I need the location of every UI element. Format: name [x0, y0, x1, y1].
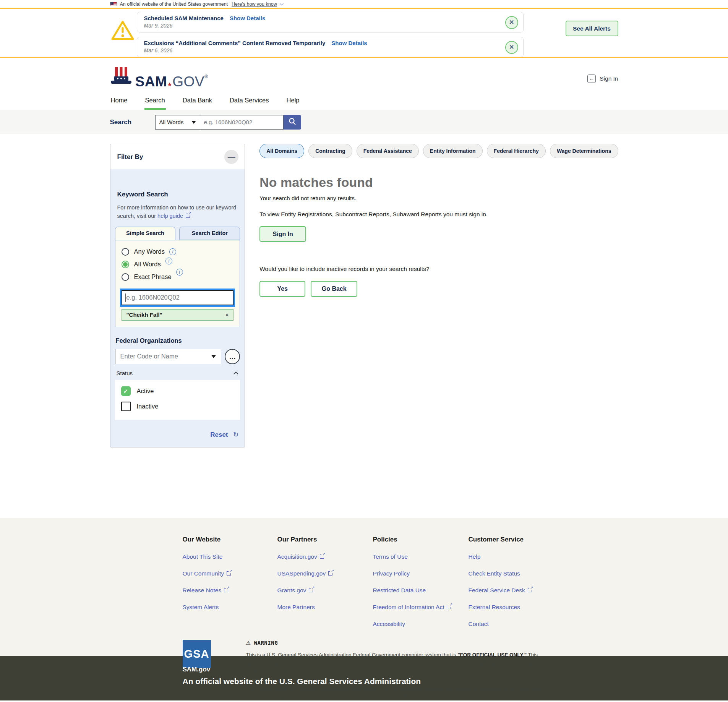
footer-link-check-entity-status[interactable]: Check Entity Status	[469, 570, 564, 577]
footer-link-federal-service-desk[interactable]: Federal Service Desk	[469, 587, 564, 594]
footer-link-accessibility[interactable]: Accessibility	[373, 621, 469, 627]
filter-panel: Filter By — Keyword Search For more info…	[110, 144, 245, 447]
search-icon	[288, 117, 297, 127]
footer-agency-line: An official website of the U.S. General …	[183, 677, 618, 686]
radio-exact-phrase[interactable]	[122, 273, 129, 281]
external-link-icon	[528, 588, 532, 592]
footer-link-contact[interactable]: Contact	[469, 621, 564, 627]
warning-paragraph-1: This is a U.S. General Services Administ…	[246, 651, 552, 676]
footer-column-heading: Policies	[373, 536, 469, 543]
footer-link-usaspending-gov[interactable]: USASpending.gov	[277, 570, 373, 577]
domain-pill-contracting[interactable]: Contracting	[308, 144, 352, 158]
nav-item-home[interactable]: Home	[110, 92, 128, 110]
site-footer: Our Website About This Site Our Communit…	[0, 518, 728, 656]
no-matches-subtitle: Your search did not return any results.	[259, 195, 618, 201]
footer-link-privacy-policy[interactable]: Privacy Policy	[373, 570, 469, 577]
footer-column-heading: Customer Service	[469, 536, 564, 543]
domain-pill-federal-assistance[interactable]: Federal Assistance	[357, 144, 419, 158]
see-all-alerts-button[interactable]: See All Alerts	[566, 21, 618, 36]
tab-search-editor[interactable]: Search Editor	[179, 227, 240, 240]
simple-search-panel: Any Words i All Words i Exact Phrase i	[115, 240, 240, 327]
how-you-know-link[interactable]: Here’s how you know	[232, 2, 277, 7]
nav-item-search[interactable]: Search	[144, 92, 166, 110]
radio-all-words[interactable]	[122, 261, 129, 268]
domain-pill-all-domains[interactable]: All Domains	[259, 144, 304, 158]
help-guide-link[interactable]: help guide	[157, 213, 190, 219]
chip-remove-icon[interactable]: ×	[225, 311, 229, 318]
keyword-input[interactable]: e.g. 1606N020Q02	[122, 290, 234, 305]
global-search-input[interactable]	[200, 115, 284, 130]
footer-link-our-community[interactable]: Our Community	[183, 570, 277, 577]
footer-link-restricted-data-use[interactable]: Restricted Data Use	[373, 587, 469, 594]
footer-link-about-this-site[interactable]: About This Site	[183, 553, 277, 560]
sign-in-link[interactable]: ← Sign In	[587, 75, 618, 83]
usa-gov-banner: An official website of the United States…	[0, 0, 728, 9]
footer-link-terms-of-use[interactable]: Terms of Use	[373, 553, 469, 560]
footer-link-system-alerts[interactable]: System Alerts	[183, 604, 277, 611]
nav-item-help[interactable]: Help	[286, 92, 300, 110]
footer-link-more-partners[interactable]: More Partners	[277, 604, 373, 611]
domain-pill-wage-determinations[interactable]: Wage Determinations	[550, 144, 618, 158]
tab-simple-search[interactable]: Simple Search	[115, 227, 176, 240]
chevron-up-icon[interactable]	[233, 371, 238, 376]
footer-link-acquisition-gov[interactable]: Acquisition.gov	[277, 553, 373, 560]
sign-in-button[interactable]: Sign In	[259, 226, 306, 242]
info-icon[interactable]: i	[176, 269, 183, 276]
more-options-button[interactable]: …	[225, 349, 240, 364]
warning-paragraph-2: This system contains Controlled Unclassi…	[246, 684, 552, 700]
alert-show-details-link[interactable]: Show Details	[230, 15, 265, 21]
filter-panel-title: Filter By	[117, 153, 143, 161]
footer-link-external-resources[interactable]: External Resources	[469, 604, 564, 611]
collapse-filters-button[interactable]: —	[224, 150, 238, 164]
sign-in-note: To view Entity Registrations, Subcontrac…	[259, 210, 523, 219]
star-icon: ★	[167, 81, 172, 88]
radio-exact-phrase-label: Exact Phrase	[134, 273, 172, 280]
main-nav: Home Search Data Bank Data Services Help	[0, 92, 728, 110]
sam-gov-logo[interactable]: SAM★GOV®	[110, 66, 208, 89]
footer-link-release-notes[interactable]: Release Notes	[183, 587, 277, 594]
close-icon[interactable]: ✕	[505, 16, 518, 29]
external-link-icon	[309, 588, 313, 592]
status-option-active[interactable]: ✓ Active	[121, 386, 234, 396]
info-icon[interactable]: i	[165, 258, 172, 264]
status-option-inactive[interactable]: Inactive	[121, 402, 234, 411]
domain-pill-federal-hierarchy[interactable]: Federal Hierarchy	[487, 144, 546, 158]
checkbox-unchecked-icon[interactable]	[121, 402, 131, 411]
yes-button[interactable]: Yes	[259, 281, 305, 297]
alert-show-details-link[interactable]: Show Details	[331, 40, 367, 46]
radio-any-words[interactable]	[122, 248, 129, 256]
chevron-down-icon	[280, 2, 284, 5]
info-icon[interactable]: i	[169, 248, 176, 255]
search-mode-value: All Words	[159, 119, 184, 125]
search-mode-select[interactable]: All Words	[155, 115, 200, 130]
gov-banner-text: An official website of the United States…	[120, 2, 228, 7]
footer-link-grants-gov[interactable]: Grants.gov	[277, 587, 373, 594]
radio-all-words-label: All Words	[134, 261, 161, 268]
nav-item-data-services[interactable]: Data Services	[229, 92, 270, 110]
alert-date: Mar 6, 2026	[144, 47, 500, 54]
external-link-icon	[447, 605, 451, 609]
close-icon[interactable]: ✕	[505, 41, 518, 54]
warning-icon: ⚠	[246, 640, 251, 646]
alert-card: Exclusions “Additional Comments” Content…	[137, 37, 524, 57]
search-strip-label: Search	[110, 118, 155, 126]
checkbox-checked-icon[interactable]: ✓	[121, 386, 131, 396]
federal-org-select[interactable]: Enter Code or Name	[115, 349, 222, 364]
federal-org-placeholder: Enter Code or Name	[120, 353, 178, 360]
nav-item-data-bank[interactable]: Data Bank	[182, 92, 213, 110]
footer-link-foia[interactable]: Freedom of Information Act	[373, 604, 469, 611]
status-section-label: Status	[117, 370, 133, 376]
footer-link-help[interactable]: Help	[469, 553, 564, 560]
footer-column-our-partners: Our Partners Acquisition.gov USASpending…	[277, 536, 373, 637]
domain-pill-entity-information[interactable]: Entity Information	[423, 144, 483, 158]
footer-column-customer-service: Customer Service Help Check Entity Statu…	[469, 536, 564, 637]
alert-title: Exclusions “Additional Comments” Content…	[144, 40, 326, 46]
alert-card: Scheduled SAM Maintenance Show Details M…	[137, 12, 524, 32]
reset-filters-link[interactable]: Reset	[210, 431, 228, 438]
system-warning: ⚠WARNING This is a U.S. General Services…	[246, 640, 552, 700]
search-submit-button[interactable]	[284, 115, 301, 130]
status-inactive-label: Inactive	[137, 403, 159, 410]
radio-any-words-label: Any Words	[134, 248, 165, 255]
go-back-button[interactable]: Go Back	[311, 281, 357, 297]
warning-heading: ⚠WARNING	[246, 640, 552, 646]
